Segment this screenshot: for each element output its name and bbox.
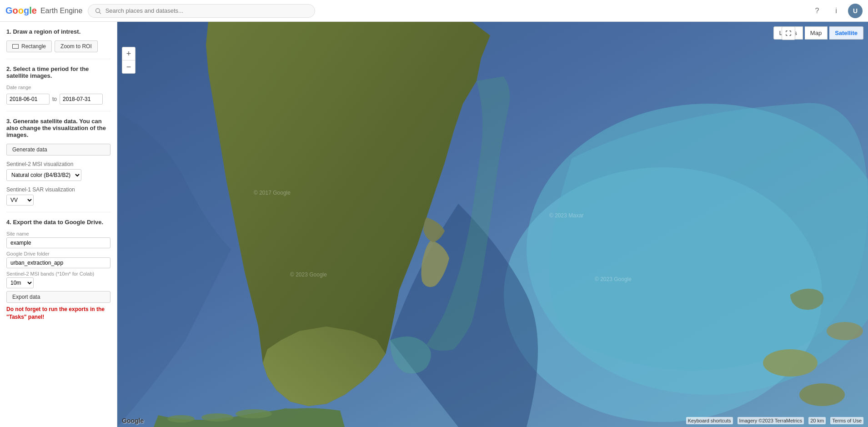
date-range-row: to xyxy=(6,94,110,105)
scale-indicator: 20 km xyxy=(808,417,826,424)
bands-field: Sentinel-2 MSI bands (*10m* for Colab) 1… xyxy=(6,271,110,288)
google-logo: Google xyxy=(5,5,37,16)
sentinel1-label: Sentinel-1 SAR visualization xyxy=(6,186,110,193)
map-container: © 2017 Google © 2023 Google © 2023 Maxar… xyxy=(117,22,868,427)
rectangle-icon xyxy=(12,44,19,49)
step2-title: 2. Select a time period for the satellit… xyxy=(6,65,110,79)
google-watermark: Google xyxy=(122,417,144,424)
step1-section: 1. Draw a region of intrest. Rectangle Z… xyxy=(6,28,110,52)
sentinel2-viz-section: Sentinel-2 MSI visualization Natural col… xyxy=(6,161,110,181)
divider-3 xyxy=(6,212,110,212)
date-from-input[interactable] xyxy=(6,94,50,105)
svg-point-8 xyxy=(763,349,818,377)
notifications-button[interactable]: i xyxy=(829,4,843,18)
map-bottom-bar: Google Keyboard shortcuts Imagery ©2023 … xyxy=(117,417,868,424)
imagery-credit: Imagery ©2023 TerraMetrics xyxy=(738,417,804,424)
step3-section: 3. Generate satellite data. You can also… xyxy=(6,118,110,206)
zoom-controls: + − xyxy=(122,47,135,74)
header-actions: ? i U xyxy=(810,4,863,18)
site-name-input[interactable] xyxy=(6,237,110,248)
divider-1 xyxy=(6,59,110,59)
fullscreen-button[interactable] xyxy=(782,26,795,40)
bands-select[interactable]: 10m 20m 60m xyxy=(6,277,34,288)
app-name: Earth Engine xyxy=(40,7,83,15)
map-view-button[interactable]: Map xyxy=(805,26,828,40)
svg-text:© 2023 Maxar: © 2023 Maxar xyxy=(549,212,584,219)
satellite-view-button[interactable]: Satellite xyxy=(829,26,863,40)
map-background: © 2017 Google © 2023 Google © 2023 Maxar… xyxy=(117,22,868,427)
app-logo: Google Earth Engine xyxy=(5,5,82,16)
date-to-input[interactable] xyxy=(60,94,103,105)
fullscreen-icon xyxy=(785,30,792,36)
search-input[interactable] xyxy=(105,7,309,14)
svg-text:© 2023 Google: © 2023 Google xyxy=(290,271,327,278)
step1-buttons: Rectangle Zoom to ROI xyxy=(6,40,110,52)
search-bar[interactable] xyxy=(88,4,315,18)
terms-link[interactable]: Terms of Use xyxy=(830,417,863,424)
export-data-button[interactable]: Export data xyxy=(6,291,110,303)
sentinel1-viz-section: Sentinel-1 SAR visualization VV VH VV/VH xyxy=(6,186,110,206)
info-icon: i xyxy=(835,7,837,15)
svg-point-10 xyxy=(827,322,863,340)
zoom-roi-button[interactable]: Zoom to ROI xyxy=(55,40,98,52)
sentinel1-select[interactable]: VV VH VV/VH xyxy=(6,195,34,206)
svg-line-1 xyxy=(100,12,101,13)
keyboard-shortcuts[interactable]: Keyboard shortcuts xyxy=(686,417,733,424)
map-attribution: Keyboard shortcuts Imagery ©2023 TerraMe… xyxy=(686,417,863,424)
zoom-in-button[interactable]: + xyxy=(122,47,135,60)
svg-text:© 2017 Google: © 2017 Google xyxy=(254,190,291,196)
step4-section: 4. Export the data to Google Drive. Site… xyxy=(6,219,110,321)
rectangle-button[interactable]: Rectangle xyxy=(6,40,52,52)
avatar[interactable]: U xyxy=(848,4,863,18)
site-name-label: Site name xyxy=(6,231,110,236)
sidebar: 1. Draw a region of intrest. Rectangle Z… xyxy=(0,22,117,427)
sentinel2-label: Sentinel-2 MSI visualization xyxy=(6,161,110,167)
gdrive-label: Google Drive folder xyxy=(6,251,110,256)
svg-point-9 xyxy=(799,383,845,406)
divider-2 xyxy=(6,111,110,111)
gdrive-folder-field: Google Drive folder xyxy=(6,251,110,268)
help-icon: ? xyxy=(815,7,819,15)
step1-title: 1. Draw a region of intrest. xyxy=(6,28,110,35)
svg-point-0 xyxy=(96,8,100,12)
step2-section: 2. Select a time period for the satellit… xyxy=(6,65,110,105)
date-range-label: Date range xyxy=(6,85,110,90)
svg-text:© 2023 Google: © 2023 Google xyxy=(595,276,632,282)
main-area: 1. Draw a region of intrest. Rectangle Z… xyxy=(0,22,868,427)
date-to-label: to xyxy=(52,96,57,102)
gdrive-input[interactable] xyxy=(6,257,110,268)
bands-label: Sentinel-2 MSI bands (*10m* for Colab) xyxy=(6,271,110,276)
site-name-field: Site name xyxy=(6,231,110,248)
zoom-out-button[interactable]: − xyxy=(122,60,135,73)
sentinel2-select[interactable]: Natural color (B4/B3/B2) False color (B8… xyxy=(6,169,81,181)
step3-title: 3. Generate satellite data. You can also… xyxy=(6,118,110,138)
search-icon xyxy=(95,7,101,15)
warning-message: Do not forget to run the exports in the … xyxy=(6,306,110,321)
step4-title: 4. Export the data to Google Drive. xyxy=(6,219,110,226)
help-button[interactable]: ? xyxy=(810,4,824,18)
generate-data-button[interactable]: Generate data xyxy=(6,144,110,156)
app-header: Google Earth Engine ? i U xyxy=(0,0,868,22)
